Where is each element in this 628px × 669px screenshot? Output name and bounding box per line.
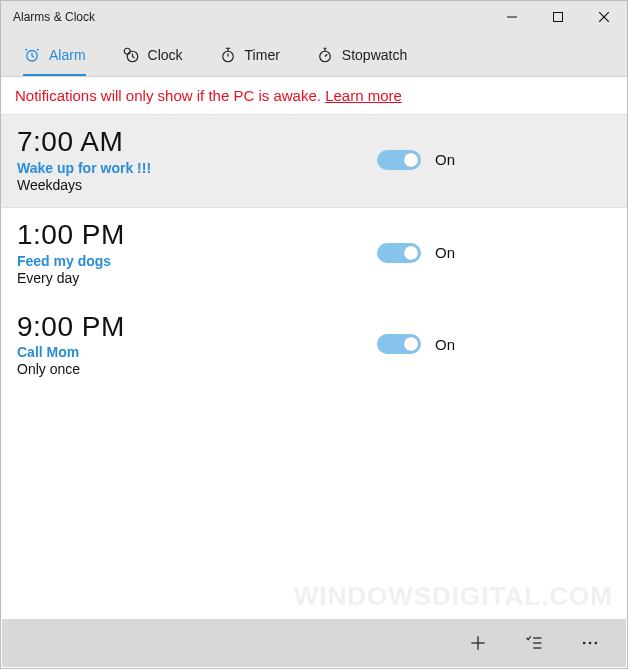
- minimize-button[interactable]: [489, 1, 535, 33]
- command-bar: [2, 619, 626, 667]
- stopwatch-icon: [316, 46, 334, 64]
- alarm-name: Wake up for work !!!: [17, 160, 377, 176]
- tab-label: Timer: [245, 47, 280, 63]
- alarm-info: 9:00 PM Call Mom Only once: [17, 312, 377, 378]
- tab-label: Clock: [148, 47, 183, 63]
- learn-more-link[interactable]: Learn more: [325, 87, 402, 104]
- tab-stopwatch[interactable]: Stopwatch: [316, 33, 407, 76]
- toggle-knob: [404, 153, 418, 167]
- svg-point-6: [124, 48, 130, 54]
- alarm-repeat: Weekdays: [17, 177, 377, 193]
- alarm-info: 1:00 PM Feed my dogs Every day: [17, 220, 377, 286]
- alarm-item[interactable]: 1:00 PM Feed my dogs Every day On: [1, 208, 627, 300]
- tab-alarm[interactable]: Alarm: [23, 33, 86, 76]
- toggle-state: On: [435, 244, 455, 261]
- tab-clock[interactable]: Clock: [122, 33, 183, 76]
- alarm-repeat: Every day: [17, 270, 377, 286]
- notification-banner: Notifications will only show if the PC i…: [1, 77, 627, 115]
- alarms-list: 7:00 AM Wake up for work !!! Weekdays On…: [1, 115, 627, 391]
- alarm-repeat: Only once: [17, 361, 377, 377]
- tab-timer[interactable]: Timer: [219, 33, 280, 76]
- alarm-toggle-wrap: On: [377, 150, 455, 170]
- list-check-icon: [524, 633, 544, 653]
- toggle-state: On: [435, 336, 455, 353]
- alarm-toggle[interactable]: [377, 150, 421, 170]
- window-title: Alarms & Clock: [13, 10, 489, 24]
- toggle-knob: [404, 246, 418, 260]
- alarm-item[interactable]: 9:00 PM Call Mom Only once On: [1, 300, 627, 392]
- svg-point-18: [595, 642, 598, 645]
- more-icon: [580, 633, 600, 653]
- more-button[interactable]: [576, 629, 604, 657]
- tab-label: Alarm: [49, 47, 86, 63]
- alarm-time: 7:00 AM: [17, 127, 377, 158]
- alarm-name: Feed my dogs: [17, 253, 377, 269]
- alarm-icon: [23, 46, 41, 64]
- alarm-item[interactable]: 7:00 AM Wake up for work !!! Weekdays On: [1, 115, 627, 208]
- maximize-button[interactable]: [535, 1, 581, 33]
- svg-point-17: [589, 642, 592, 645]
- titlebar: Alarms & Clock: [1, 1, 627, 33]
- alarm-time: 9:00 PM: [17, 312, 377, 343]
- clock-icon: [122, 46, 140, 64]
- alarm-name: Call Mom: [17, 344, 377, 360]
- minimize-icon: [507, 12, 517, 22]
- toggle-state: On: [435, 151, 455, 168]
- svg-point-16: [583, 642, 586, 645]
- alarm-toggle-wrap: On: [377, 334, 455, 354]
- alarm-info: 7:00 AM Wake up for work !!! Weekdays: [17, 127, 377, 193]
- plus-icon: [468, 633, 488, 653]
- add-alarm-button[interactable]: [464, 629, 492, 657]
- alarm-toggle-wrap: On: [377, 243, 455, 263]
- watermark: WINDOWSDIGITAL.COM: [294, 581, 613, 612]
- alarm-toggle[interactable]: [377, 243, 421, 263]
- toggle-knob: [404, 337, 418, 351]
- alarm-toggle[interactable]: [377, 334, 421, 354]
- notice-text: Notifications will only show if the PC i…: [15, 87, 325, 104]
- tab-label: Stopwatch: [342, 47, 407, 63]
- svg-rect-1: [554, 13, 563, 22]
- maximize-icon: [553, 12, 563, 22]
- close-icon: [599, 12, 609, 22]
- timer-icon: [219, 46, 237, 64]
- close-button[interactable]: [581, 1, 627, 33]
- window-controls: [489, 1, 627, 33]
- select-alarms-button[interactable]: [520, 629, 548, 657]
- alarm-time: 1:00 PM: [17, 220, 377, 251]
- tab-bar: Alarm Clock Timer Stopwatch: [1, 33, 627, 77]
